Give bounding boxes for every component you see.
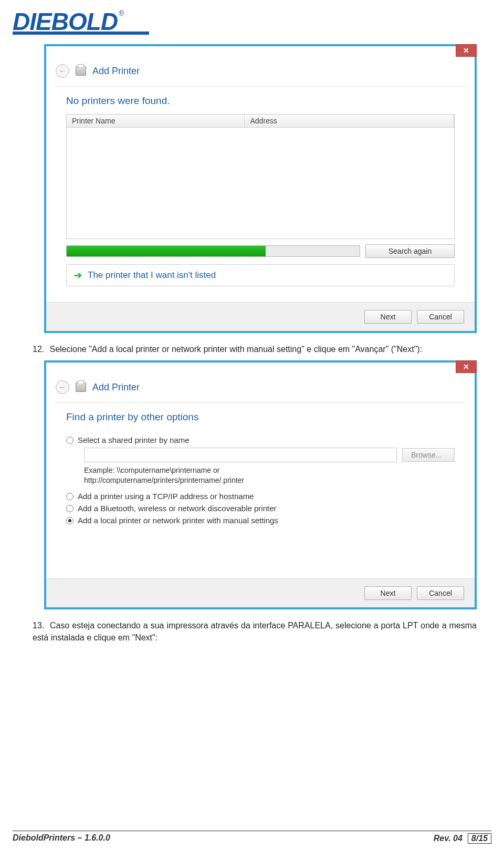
dialog-header: ← Add Printer xyxy=(46,380,475,398)
footer-left: DieboldPrinters – 1.6.0.0 xyxy=(13,833,110,844)
close-button[interactable]: ✕ xyxy=(456,360,477,373)
progress-fill xyxy=(67,246,266,256)
option-bluetooth[interactable]: Add a Bluetooth, wireless or network dis… xyxy=(66,504,455,513)
titlebar: ✕ xyxy=(46,363,475,380)
option-bluetooth-label: Add a Bluetooth, wireless or network dis… xyxy=(78,504,277,513)
dialog-body: No printers were found. Printer Name Add… xyxy=(55,86,466,295)
dialog-body: Find a printer by other options Select a… xyxy=(55,402,466,536)
option-tcpip-label: Add a printer using a TCP/IP address or … xyxy=(78,492,254,501)
printer-icon xyxy=(76,66,86,76)
option-tcpip[interactable]: Add a printer using a TCP/IP address or … xyxy=(66,492,455,501)
footer-rule xyxy=(13,831,491,831)
dialog-title: Add Printer xyxy=(92,382,140,393)
dialog-footer: Next Cancel xyxy=(46,578,475,607)
step-12-body: Selecione "Add a local printer or networ… xyxy=(49,345,422,354)
list-header: Printer Name Address xyxy=(67,115,454,128)
brand-logo: DIEBOLD® xyxy=(13,9,123,34)
option-local-label: Add a local printer or network printer w… xyxy=(78,516,278,525)
printer-icon xyxy=(76,382,86,392)
not-listed-label: The printer that I want isn't listed xyxy=(88,270,216,281)
option-shared-label: Select a shared printer by name xyxy=(78,436,190,444)
radio-icon xyxy=(66,505,74,512)
titlebar: ✕ xyxy=(46,46,475,64)
next-button[interactable]: Next xyxy=(364,586,412,600)
close-icon: ✕ xyxy=(463,46,469,55)
col-printer-name[interactable]: Printer Name xyxy=(67,115,245,127)
back-button[interactable]: ← xyxy=(56,64,69,78)
cancel-button[interactable]: Cancel xyxy=(417,310,464,324)
col-address[interactable]: Address xyxy=(245,115,454,127)
search-again-button[interactable]: Search again xyxy=(365,244,455,258)
option-shared-printer[interactable]: Select a shared printer by name xyxy=(66,436,455,444)
registered-mark: ® xyxy=(119,9,123,17)
cancel-button[interactable]: Cancel xyxy=(417,586,464,600)
example-line-2: http://computername/printers/printername… xyxy=(84,476,244,484)
back-button[interactable]: ← xyxy=(56,380,69,394)
example-text: Example: \\computername\printername or h… xyxy=(84,465,455,485)
footer-page: 8/15 xyxy=(468,833,491,844)
search-progress xyxy=(66,245,360,257)
option-local-printer[interactable]: Add a local printer or network printer w… xyxy=(66,516,455,525)
step-12-text: 12. Selecione "Add a local printer or ne… xyxy=(33,344,477,355)
arrow-left-icon: ← xyxy=(59,383,66,391)
footer-right: Rev. 04 8/15 xyxy=(434,833,491,844)
example-line-1: Example: \\computername\printername or xyxy=(84,466,219,474)
shared-printer-input[interactable] xyxy=(84,448,397,462)
next-button[interactable]: Next xyxy=(364,310,412,324)
find-printer-heading: Find a printer by other options xyxy=(66,411,455,423)
add-printer-dialog-2: ✕ ← Add Printer Find a printer by other … xyxy=(44,360,477,609)
printer-not-listed-link[interactable]: ➔ The printer that I want isn't listed xyxy=(66,264,455,286)
close-icon: ✕ xyxy=(463,363,469,371)
dialog-footer: Next Cancel xyxy=(46,302,475,331)
arrow-left-icon: ← xyxy=(59,67,66,75)
printer-list[interactable]: Printer Name Address xyxy=(66,114,455,239)
radio-icon xyxy=(66,437,74,444)
options-block: Select a shared printer by name Browse..… xyxy=(66,436,455,525)
close-button[interactable]: ✕ xyxy=(456,44,477,57)
no-printers-heading: No printers were found. xyxy=(66,95,455,107)
arrow-right-icon: ➔ xyxy=(73,271,82,280)
step-12-number: 12. xyxy=(33,344,47,355)
dialog-header: ← Add Printer xyxy=(46,64,475,82)
footer-rev: Rev. 04 xyxy=(434,834,463,843)
logo-text: DIEBOLD xyxy=(13,8,118,35)
dialog-title: Add Printer xyxy=(92,66,140,77)
search-progress-row: Search again xyxy=(66,244,455,258)
radio-icon xyxy=(66,493,74,500)
footer-row: DieboldPrinters – 1.6.0.0 Rev. 04 8/15 xyxy=(13,833,491,844)
browse-button[interactable]: Browse... xyxy=(402,448,455,462)
page-footer: DieboldPrinters – 1.6.0.0 Rev. 04 8/15 xyxy=(13,831,491,844)
step-13-number: 13. xyxy=(33,620,47,631)
step-13-text: 13. Caso esteja conectando a sua impress… xyxy=(33,620,477,644)
step-13-body: Caso esteja conectando a sua impressora … xyxy=(33,621,477,641)
radio-checked-icon xyxy=(66,517,74,524)
shared-printer-row: Browse... xyxy=(84,448,455,462)
add-printer-dialog-1: ✕ ← Add Printer No printers were found. … xyxy=(44,44,477,333)
